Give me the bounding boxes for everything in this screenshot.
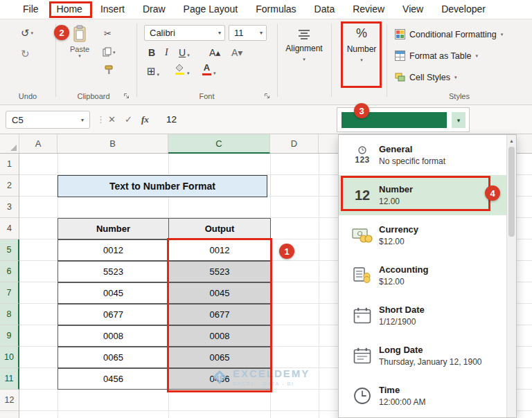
format-painter-button[interactable] <box>104 65 114 75</box>
tab-review[interactable]: Review <box>344 0 393 19</box>
cell-b7[interactable]: 0045 <box>57 282 169 304</box>
alignment-group-button[interactable]: Alignment ▾ <box>278 29 330 62</box>
format-option-long-date[interactable]: Long Date Thursday, January 12, 1900 <box>339 336 507 376</box>
conditional-formatting-button[interactable]: Conditional Formatting ▾ <box>395 29 503 39</box>
row-header-5[interactable]: 5 <box>0 239 19 261</box>
cell-c5[interactable]: 0012 <box>168 239 271 261</box>
drag-handle-icon: ⋮ <box>96 114 105 125</box>
cell-styles-label: Cell Styles <box>409 73 450 82</box>
tab-home[interactable]: Home <box>48 0 91 19</box>
italic-button[interactable]: I <box>165 47 168 58</box>
paste-label: Paste <box>70 45 89 53</box>
row-header-7[interactable]: 7 <box>0 282 19 304</box>
table-header-output[interactable]: Output <box>168 218 271 239</box>
tab-draw[interactable]: Draw <box>134 0 175 19</box>
table-header-number[interactable]: Number <box>57 218 169 239</box>
borders-button[interactable]: ⊞ ▾ <box>147 65 159 78</box>
cut-button[interactable]: ✂ <box>104 29 112 38</box>
cell-c9[interactable]: 0008 <box>168 325 271 347</box>
column-header-c[interactable]: C <box>168 134 270 154</box>
bold-icon: B <box>148 47 155 58</box>
row-header-3[interactable]: 3 <box>0 197 19 218</box>
tab-view[interactable]: View <box>393 0 432 19</box>
column-header-d[interactable]: D <box>270 134 319 153</box>
format-option-currency[interactable]: Currency $12.00 <box>339 215 507 255</box>
formula-input[interactable]: 12 <box>166 114 177 125</box>
scrollbar-thumb[interactable] <box>508 147 515 237</box>
cell-c6[interactable]: 5523 <box>168 261 271 282</box>
shrink-font-icon: A▾ <box>231 47 242 58</box>
cell-b11[interactable]: 0456 <box>57 368 169 390</box>
format-as-table-icon <box>395 51 405 61</box>
row-header-4[interactable]: 4 <box>0 218 19 239</box>
currency-icon <box>346 227 379 244</box>
font-color-button[interactable]: A <box>202 62 211 75</box>
bold-button[interactable]: B <box>148 47 155 58</box>
format-as-table-button[interactable]: Format as Table ▾ <box>395 51 478 61</box>
cell-b8[interactable]: 0677 <box>57 304 169 325</box>
format-option-number[interactable]: 12 Number 12.00 <box>339 175 507 215</box>
row-header-6[interactable]: 6 <box>0 261 19 282</box>
cell-b6[interactable]: 5523 <box>57 261 169 282</box>
decrease-font-size-button[interactable]: A▾ <box>231 47 242 58</box>
font-name-combobox[interactable]: Calibri ▾ <box>144 25 225 41</box>
row-header-1[interactable]: 1 <box>0 154 19 175</box>
format-option-general[interactable]: 123 General No specific format <box>339 135 507 175</box>
tab-page-layout[interactable]: Page Layout <box>175 0 247 19</box>
tab-file[interactable]: File <box>14 0 48 19</box>
chevron-down-icon: ▾ <box>360 57 363 63</box>
format-option-short-date[interactable]: Short Date 1/12/1900 <box>339 296 507 336</box>
number-group-button[interactable]: % Number ▾ <box>342 26 381 63</box>
clipboard-dialog-launcher-icon[interactable] <box>123 93 130 99</box>
format-option-time[interactable]: Time 12:00:00 AM <box>339 376 507 416</box>
step-badge-3: 3 <box>354 103 369 118</box>
format-option-accounting[interactable]: Accounting $12.00 <box>339 255 507 296</box>
redo-button[interactable]: ↻ <box>21 48 30 59</box>
tab-data[interactable]: Data <box>305 0 344 19</box>
underline-button[interactable]: U ▾ <box>179 47 190 58</box>
watermark-tagline: EXCEL - DATA - BI <box>233 381 310 387</box>
cell-b5[interactable]: 0012 <box>57 239 169 261</box>
tab-formulas[interactable]: Formulas <box>247 0 305 19</box>
cell-c8[interactable]: 0677 <box>168 304 271 325</box>
tab-developer[interactable]: Developer <box>432 0 495 19</box>
cell-c10[interactable]: 0065 <box>168 347 271 368</box>
row-header-12[interactable]: 12 <box>0 390 19 411</box>
row-header-13[interactable] <box>0 411 19 418</box>
cell-c7[interactable]: 0045 <box>168 282 271 304</box>
row-header-8[interactable]: 8 <box>0 304 19 325</box>
watermark-brand: EXCELDEMY <box>233 367 310 379</box>
select-all-button[interactable] <box>0 134 19 153</box>
undo-button[interactable]: ↺ ▾ <box>21 28 33 38</box>
step-badge-1: 1 <box>279 244 294 259</box>
fill-color-button[interactable] <box>175 64 184 75</box>
format-option-label: Long Date <box>379 345 482 355</box>
row-header-2[interactable]: 2 <box>0 175 19 197</box>
cell-b9[interactable]: 0008 <box>57 325 169 347</box>
scroll-up-icon[interactable]: ▲ <box>507 135 516 146</box>
cell-b10[interactable]: 0065 <box>57 347 169 368</box>
font-color-bar <box>202 73 211 75</box>
row-header-9[interactable]: 9 <box>0 325 19 347</box>
font-dialog-launcher-icon[interactable] <box>264 93 270 99</box>
enter-button[interactable]: ✓ <box>125 114 132 125</box>
column-header-a[interactable]: A <box>19 134 57 153</box>
column-header-b[interactable]: B <box>57 134 168 153</box>
row-header-11[interactable]: 11 <box>0 368 19 390</box>
cancel-button[interactable]: ✕ <box>108 114 116 125</box>
copy-button[interactable]: ▾ <box>103 47 116 57</box>
ribbon-tab-bar: File Home Insert Draw Page Layout Formul… <box>0 0 532 19</box>
dropdown-scrollbar[interactable]: ▲ <box>506 135 516 417</box>
cell-styles-button[interactable]: Cell Styles ▾ <box>395 72 457 82</box>
font-size-combobox[interactable]: 11 ▾ <box>229 25 267 41</box>
increase-font-size-button[interactable]: A▴ <box>209 47 220 58</box>
conditional-formatting-label: Conditional Formatting <box>409 30 497 39</box>
tab-insert[interactable]: Insert <box>91 0 134 19</box>
chevron-down-icon[interactable]: ▾ <box>452 112 466 128</box>
format-option-label: Time <box>379 385 425 395</box>
row-header-10[interactable]: 10 <box>0 347 19 368</box>
styles-group-label: Styles <box>387 92 532 100</box>
sheet-title-cell[interactable]: Text to Number Format <box>57 175 267 197</box>
name-box[interactable]: C5 ▾ <box>6 111 90 129</box>
insert-function-button[interactable]: fx <box>141 114 149 125</box>
